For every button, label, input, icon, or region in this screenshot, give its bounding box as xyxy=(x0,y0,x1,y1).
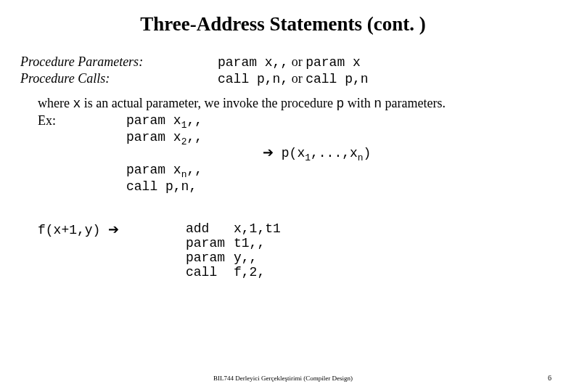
def-calls-code: call p,n, xyxy=(218,72,288,86)
def-params-label: Procedure Parameters: xyxy=(20,54,218,70)
b2-r3op: param xyxy=(186,250,234,265)
def-params-value: param x,, or param x xyxy=(218,54,361,70)
desc-mid1: is an actual parameter, we invoke the pr… xyxy=(81,96,336,110)
ex-label: Ex: xyxy=(38,113,126,129)
example-row3: param xn,, xyxy=(38,162,546,179)
ex-line1: param x1,, xyxy=(126,113,202,129)
desc-pre: where xyxy=(38,96,73,110)
b2-row1: addx,1,t1 xyxy=(186,221,281,236)
ex-line4: call p,n, xyxy=(126,179,197,195)
desc-p: p xyxy=(336,97,344,111)
ex-line2: param x2,, xyxy=(126,129,202,146)
b2-lhs-text: f(x+1,y) xyxy=(38,223,108,237)
desc-post: parameters. xyxy=(382,96,446,110)
b2-r1arg: x,1,t1 xyxy=(234,221,281,236)
footer-text: BIL744 Derleyici Gerçekleştirimi (Compil… xyxy=(0,375,566,382)
b2-r2op: param xyxy=(186,236,234,250)
def-params: Procedure Parameters: param x,, or param… xyxy=(20,54,546,70)
b2-r3arg: y,, xyxy=(234,250,257,265)
b2-row3: paramy,, xyxy=(186,250,281,265)
def-params-code2: param x xyxy=(305,55,361,70)
def-calls: Procedure Calls: call p,n, or call p,n xyxy=(20,71,546,86)
example2-lhs: f(x+1,y) ➔ xyxy=(38,221,186,279)
b2-r1op: add xyxy=(186,221,234,236)
b2-r4arg: f,2, xyxy=(234,265,265,279)
ex-l3a: param x xyxy=(126,163,181,177)
ex-l2a: param x xyxy=(126,130,181,144)
desc-x: x xyxy=(73,97,81,111)
def-calls-or: or xyxy=(288,71,305,86)
def-params-or: or xyxy=(288,54,305,69)
arrow-icon: ➔ xyxy=(108,222,119,237)
desc-mid2: with xyxy=(344,96,374,110)
example-row1: Ex: param x1,, xyxy=(38,113,546,129)
ex-call-end: ) xyxy=(364,146,372,160)
example2-rhs: addx,1,t1 paramt1,, paramy,, callf,2, xyxy=(186,221,281,279)
ex-call-a: p(x xyxy=(274,146,305,160)
def-params-code: param x,, xyxy=(218,55,288,70)
page-number: 6 xyxy=(548,374,551,382)
ex-l1b: ,, xyxy=(186,113,202,128)
b2-r2arg: t1,, xyxy=(234,236,265,250)
def-calls-value: call p,n, or call p,n xyxy=(218,71,369,86)
example-row4: call p,n, xyxy=(38,179,546,195)
b2-row2: paramt1,, xyxy=(186,236,281,250)
def-calls-code2: call p,n xyxy=(305,72,368,86)
example-row2: param x2,, xyxy=(38,129,546,146)
example2: f(x+1,y) ➔ addx,1,t1 paramt1,, paramy,, … xyxy=(38,221,546,279)
ex-rhs: ➔ p(x1,...,xn) xyxy=(263,144,546,162)
ex-call-s2: n xyxy=(358,152,364,163)
desc-n: n xyxy=(374,97,382,111)
ex-call-mid: ,...,x xyxy=(311,146,358,160)
arrow-icon: ➔ xyxy=(263,145,274,160)
b2-row4: callf,2, xyxy=(186,265,281,279)
def-calls-label: Procedure Calls: xyxy=(20,71,218,86)
ex-call-s1: 1 xyxy=(305,152,311,163)
slide-title: Three-Address Statements (cont. ) xyxy=(20,13,546,36)
desc-line: where x is an actual parameter, we invok… xyxy=(38,95,546,113)
ex-l2b: ,, xyxy=(186,130,202,144)
b2-r4op: call xyxy=(186,265,234,279)
ex-line3: param xn,, xyxy=(126,162,202,179)
ex-l3b: ,, xyxy=(186,163,202,177)
ex-l1a: param x xyxy=(126,113,181,128)
